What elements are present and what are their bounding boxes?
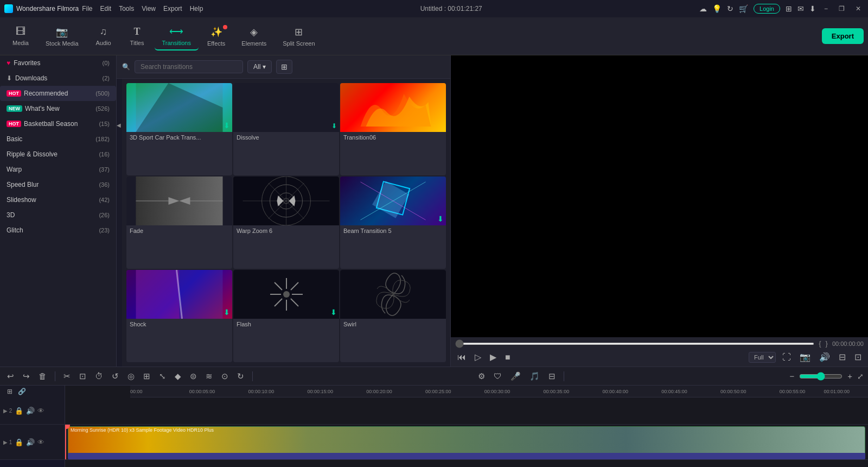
transition-beam[interactable]: ⬇ Beam Transition 5 bbox=[340, 176, 446, 269]
sidebar-item-3d[interactable]: 3D (26) bbox=[0, 207, 116, 223]
cut-button[interactable]: ✂ bbox=[61, 370, 73, 382]
stock-tool[interactable]: 📷 Stock Media bbox=[38, 23, 86, 50]
waveform-button[interactable]: ≋ bbox=[203, 370, 215, 382]
rewind-button[interactable]: ⏮ bbox=[455, 351, 468, 363]
mail-icon[interactable]: ✉ bbox=[797, 4, 804, 13]
effects-tool[interactable]: ✨ Effects bbox=[200, 23, 233, 50]
music-button[interactable]: 🎵 bbox=[527, 370, 542, 382]
play-button[interactable]: ▶ bbox=[488, 351, 499, 363]
export-button[interactable]: Export bbox=[822, 28, 864, 44]
volume-button[interactable]: 🔊 bbox=[817, 351, 832, 363]
media-tool[interactable]: 🎞 Media bbox=[4, 23, 37, 49]
transition-fire[interactable]: Transition06 bbox=[340, 83, 446, 175]
sidebar-item-favorites[interactable]: ♥ Favorites (0) bbox=[0, 55, 116, 71]
download-icon[interactable]: ⬇ bbox=[809, 4, 816, 13]
shield-button[interactable]: 🛡 bbox=[491, 370, 505, 382]
track-1-area[interactable]: Morning Sunrise (HDR 10) x3 Sample Foota… bbox=[65, 425, 868, 459]
quality-selector[interactable]: Full bbox=[749, 352, 776, 363]
sidebar-item-basic[interactable]: Basic (182) bbox=[0, 131, 116, 147]
timeline-link-button[interactable]: 🔗 bbox=[15, 387, 29, 396]
sidebar-item-warp[interactable]: Warp (37) bbox=[0, 162, 116, 177]
track-2-mute[interactable]: 🔊 bbox=[26, 407, 35, 415]
sidebar-item-basketball[interactable]: HOT Basketball Season (15) bbox=[0, 116, 116, 131]
track-2-area[interactable] bbox=[65, 397, 868, 424]
audio-tool[interactable]: ♫ Audio bbox=[87, 23, 120, 49]
undo-button[interactable]: ↩ bbox=[4, 370, 17, 382]
titles-tool[interactable]: T Titles bbox=[121, 23, 154, 49]
delete-button[interactable]: 🗑 bbox=[36, 370, 49, 382]
crop-button[interactable]: ⊡ bbox=[852, 351, 864, 363]
transition-fade[interactable]: Fade bbox=[126, 176, 232, 269]
crop-tool-button[interactable]: ⊡ bbox=[76, 370, 89, 382]
left-bracket-icon[interactable]: { bbox=[819, 339, 821, 348]
search-input[interactable] bbox=[135, 60, 243, 73]
transitions-tool[interactable]: ⟷ Transitions bbox=[155, 22, 199, 51]
mic-button[interactable]: 🎤 bbox=[508, 370, 524, 382]
zoom-in-button[interactable]: + bbox=[845, 370, 855, 382]
right-bracket-icon[interactable]: } bbox=[826, 339, 828, 348]
track-2-eye[interactable]: 👁 bbox=[37, 407, 44, 415]
collapse-sidebar-icon[interactable]: ◀ bbox=[117, 122, 121, 128]
filter-dropdown[interactable]: All ▾ bbox=[247, 60, 272, 73]
sidebar-item-ripple[interactable]: Ripple & Dissolve (16) bbox=[0, 147, 116, 162]
timeline-add-track-button[interactable]: ⊞ bbox=[4, 387, 15, 396]
track-2-lock[interactable]: 🔒 bbox=[15, 407, 23, 415]
bulb-icon[interactable]: 💡 bbox=[712, 4, 722, 13]
close-button[interactable]: ✕ bbox=[853, 5, 864, 12]
fit-button[interactable]: ⤡ bbox=[156, 370, 169, 382]
menu-view[interactable]: View bbox=[142, 5, 156, 12]
motion-button[interactable]: ↺ bbox=[109, 370, 122, 382]
splitscreen-tool[interactable]: ⊞ Split Screen bbox=[275, 23, 322, 50]
track-1-mute[interactable]: 🔊 bbox=[26, 438, 35, 446]
video-clip-1[interactable]: Morning Sunrise (HDR 10) x3 Sample Foota… bbox=[68, 426, 865, 455]
grid-view-button[interactable]: ⊞ bbox=[276, 60, 292, 74]
pip-button[interactable]: ⊟ bbox=[837, 351, 848, 363]
time-button[interactable]: ⏱ bbox=[92, 370, 106, 382]
redo-button[interactable]: ↪ bbox=[20, 370, 33, 382]
menu-file[interactable]: File bbox=[82, 5, 92, 12]
sidebar-item-glitch[interactable]: Glitch (23) bbox=[0, 223, 116, 238]
transition-swirl[interactable]: Swirl bbox=[340, 270, 446, 362]
speed-ramp-button[interactable]: ↻ bbox=[234, 370, 247, 382]
minimize-button[interactable]: − bbox=[821, 5, 831, 12]
elements-tool[interactable]: ◈ Elements bbox=[234, 23, 274, 50]
subtitle-button[interactable]: ⊟ bbox=[546, 370, 558, 382]
sidebar-item-slideshow[interactable]: Slideshow (42) bbox=[0, 192, 116, 207]
zoom-slider[interactable] bbox=[799, 372, 843, 381]
settings-button[interactable]: ⚙ bbox=[475, 370, 488, 382]
play-slow-button[interactable]: ▷ bbox=[473, 351, 483, 363]
transition-sport3d[interactable]: ⬇ 3D Sport Car Pack Trans... bbox=[126, 83, 232, 175]
login-button[interactable]: Login bbox=[754, 4, 780, 14]
grid-icon[interactable]: ⊞ bbox=[786, 4, 792, 13]
refresh-icon[interactable]: ↻ bbox=[727, 4, 733, 13]
transition-shock[interactable]: ⬇ Shock bbox=[126, 270, 232, 362]
seekbar-slider[interactable] bbox=[455, 343, 814, 345]
sidebar-item-speedblur[interactable]: Speed Blur (36) bbox=[0, 177, 116, 192]
key-button[interactable]: ◆ bbox=[172, 370, 184, 382]
transform-button[interactable]: ⊞ bbox=[141, 370, 153, 382]
track-1-eye[interactable]: 👁 bbox=[37, 438, 44, 446]
audio-button[interactable]: ⊜ bbox=[187, 370, 200, 382]
transition-flash[interactable]: ⬇ Flash bbox=[233, 270, 339, 362]
cloud-icon[interactable]: ☁ bbox=[699, 4, 707, 13]
fullscreen-button[interactable]: ⛶ bbox=[780, 351, 793, 363]
track-1-lock[interactable]: 🔒 bbox=[15, 438, 23, 446]
empty-track-area[interactable] bbox=[65, 460, 868, 467]
menu-help[interactable]: Help bbox=[190, 5, 203, 12]
menu-edit[interactable]: Edit bbox=[100, 5, 112, 12]
screenshot-button[interactable]: 📷 bbox=[797, 351, 813, 363]
transition-dissolve[interactable]: ⬇ Dissolve bbox=[233, 83, 339, 175]
sidebar-item-downloads[interactable]: ⬇ Downloads (2) bbox=[0, 71, 116, 86]
menu-export[interactable]: Export bbox=[163, 5, 182, 12]
sidebar-item-whatsnew[interactable]: NEW What's New (526) bbox=[0, 101, 116, 116]
stop-button[interactable]: ■ bbox=[503, 351, 513, 363]
sidebar-item-recommended[interactable]: HOT Recommended (500) bbox=[0, 86, 116, 101]
stabilize-button[interactable]: ⊙ bbox=[219, 370, 231, 382]
color-match-button[interactable]: ◎ bbox=[125, 370, 137, 382]
transition-warpzoom[interactable]: Warp Zoom 6 bbox=[233, 176, 339, 269]
fit-icon[interactable]: ⤢ bbox=[857, 372, 864, 381]
cart-icon[interactable]: 🛒 bbox=[739, 4, 748, 13]
menu-tools[interactable]: Tools bbox=[119, 5, 134, 12]
zoom-out-button[interactable]: − bbox=[787, 370, 797, 382]
maximize-button[interactable]: ❐ bbox=[836, 5, 847, 12]
